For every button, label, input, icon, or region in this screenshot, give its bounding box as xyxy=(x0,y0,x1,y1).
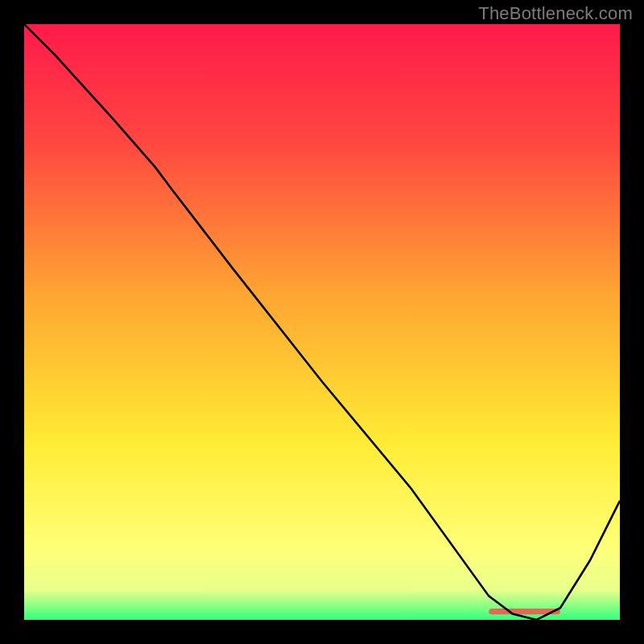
chart-svg xyxy=(24,24,620,620)
chart-plot xyxy=(24,24,620,620)
watermark-text: TheBottleneck.com xyxy=(478,3,633,24)
gradient-background xyxy=(24,24,620,620)
chart-frame: TheBottleneck.com xyxy=(0,0,644,644)
